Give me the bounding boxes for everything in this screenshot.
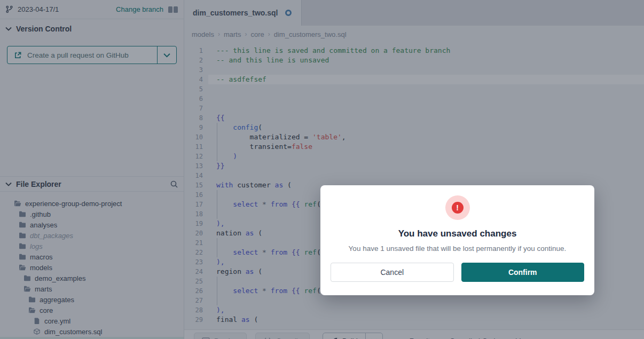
cancel-button[interactable]: Cancel [331, 263, 454, 282]
confirm-button[interactable]: Confirm [461, 263, 585, 282]
dbt-ide-app: 2023-04-17/1 Change branch Version Contr… [0, 0, 644, 339]
alert-badge: ! [445, 195, 470, 220]
modal-message: You have 1 unsaved file that will be los… [320, 245, 594, 253]
alert-exclamation-icon: ! [452, 202, 464, 214]
modal-actions: Cancel Confirm [320, 263, 594, 282]
modal-title: You have unsaved changes [320, 228, 594, 239]
unsaved-changes-modal: ! You have unsaved changes You have 1 un… [320, 185, 594, 295]
